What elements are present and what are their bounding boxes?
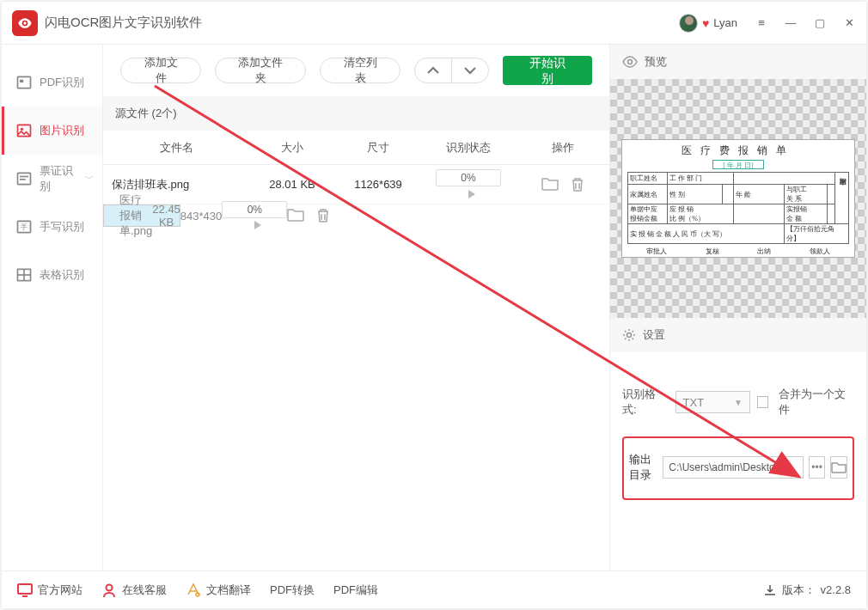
format-select[interactable]: TXT ▼ [675, 391, 750, 413]
doc-translate-link[interactable]: 文档翻译 [186, 583, 251, 598]
file-name: 医疗报销单.png [111, 192, 152, 239]
sidebar-item-image[interactable]: 图片识别 [2, 107, 102, 155]
svg-point-17 [107, 584, 113, 590]
app-title: 闪电OCR图片文字识别软件 [45, 15, 679, 31]
official-site-link[interactable]: 官方网站 [17, 583, 83, 598]
svg-rect-0 [18, 76, 31, 88]
minimize-button[interactable]: — [784, 16, 798, 30]
sidebar-item-table[interactable]: 表格识别 [2, 251, 102, 299]
delete-icon[interactable] [571, 177, 584, 192]
svg-rect-1 [20, 80, 23, 82]
svg-point-12 [628, 60, 633, 64]
image-icon [15, 122, 33, 139]
add-folder-button[interactable]: 添加文件夹 [215, 58, 306, 83]
sidebar-item-label: 票证识别 [40, 163, 78, 194]
close-button[interactable]: ✕ [842, 16, 856, 30]
progress: 0% [222, 201, 287, 218]
preview-title: 预览 [645, 54, 667, 70]
settings-title: 设置 [643, 327, 665, 343]
format-label: 识别格式: [622, 387, 669, 418]
sidebar-item-label: 手写识别 [40, 219, 84, 235]
svg-point-3 [21, 128, 23, 131]
ticket-icon [15, 170, 33, 187]
eye-icon [622, 56, 638, 68]
chevron-down-icon: ▼ [734, 398, 743, 407]
menu-button[interactable]: ≡ [755, 16, 768, 30]
delete-icon[interactable] [316, 208, 330, 223]
sidebar-item-label: PDF识别 [40, 75, 84, 90]
col-dim: 尺寸 [335, 140, 421, 156]
svg-text:手: 手 [21, 223, 28, 231]
table-row[interactable]: 医疗报销单.png 22.45 KB 843*430 0% [103, 204, 180, 227]
col-op: 操作 [516, 140, 609, 156]
outdir-label: 输出目录 [629, 452, 657, 483]
document-preview: 医疗费报销单 [ 年 月 日] 职工姓名工 作 部 门附单据 家属姓名性 别年 … [621, 139, 855, 258]
version-label: 版本： [782, 583, 816, 598]
table-row[interactable]: 保洁排班表.png 28.01 KB 1126*639 0% [103, 165, 609, 204]
file-dim: 1126*639 [335, 178, 421, 191]
col-status: 识别状态 [421, 140, 516, 156]
preview-area: 医疗费报销单 [ 年 月 日] 职工姓名工 作 部 门附单据 家属姓名性 别年 … [610, 79, 866, 318]
move-up-button[interactable] [414, 58, 452, 83]
progress: 0% [436, 169, 501, 186]
file-size: 22.45 KB [152, 203, 180, 229]
svg-point-18 [196, 593, 199, 596]
open-folder-icon[interactable] [541, 177, 559, 192]
col-filename: 文件名 [103, 140, 249, 156]
move-down-button[interactable] [451, 58, 489, 83]
open-folder-icon[interactable] [287, 208, 304, 223]
app-logo [12, 10, 38, 36]
pdf-edit-link[interactable]: PDF编辑 [333, 583, 378, 598]
maximize-button[interactable]: ▢ [813, 16, 827, 30]
headset-icon [101, 583, 117, 598]
browse-button[interactable]: ••• [809, 456, 825, 479]
pdf-convert-link[interactable]: PDF转换 [270, 583, 315, 598]
handwrite-icon: 手 [15, 218, 33, 235]
file-dim: 843*430 [180, 210, 222, 223]
play-icon[interactable] [468, 190, 475, 198]
sidebar-item-label: 表格识别 [40, 267, 84, 283]
avatar[interactable] [679, 14, 698, 33]
source-header: 源文件 (2个) [103, 96, 609, 131]
pdf-icon [15, 74, 33, 91]
open-dir-button[interactable] [830, 456, 847, 479]
version-value: v2.2.8 [821, 583, 851, 596]
add-file-button[interactable]: 添加文件 [120, 58, 201, 83]
grid-icon [15, 266, 33, 284]
sidebar-item-pdf[interactable]: PDF识别 [2, 58, 102, 107]
monitor-icon [17, 583, 33, 598]
file-size: 28.01 KB [249, 178, 335, 191]
username[interactable]: Lyan [713, 16, 737, 29]
translate-icon [186, 583, 201, 598]
merge-checkbox[interactable] [757, 396, 769, 408]
start-recognize-button[interactable]: 开始识别 [503, 56, 592, 85]
clear-list-button[interactable]: 清空列表 [320, 58, 400, 83]
play-icon[interactable] [254, 221, 261, 229]
sidebar-item-label: 图片识别 [40, 123, 84, 138]
output-dir-input[interactable] [663, 456, 804, 479]
chevron-down-icon: ﹀ [85, 173, 94, 185]
gear-icon [622, 328, 636, 342]
svg-rect-15 [18, 584, 32, 594]
file-name: 保洁排班表.png [103, 177, 249, 192]
sidebar-item-handwrite[interactable]: 手 手写识别 [2, 203, 102, 251]
download-icon[interactable] [763, 583, 777, 597]
customer-service-link[interactable]: 在线客服 [101, 583, 167, 598]
output-dir-highlight: 输出目录 ••• [622, 436, 854, 500]
vip-icon: ♥ [702, 16, 709, 30]
merge-label: 合并为一个文件 [779, 387, 854, 418]
sidebar-item-ticket[interactable]: 票证识别 ﹀ [2, 155, 102, 203]
svg-point-13 [627, 333, 632, 338]
col-size: 大小 [249, 140, 335, 156]
